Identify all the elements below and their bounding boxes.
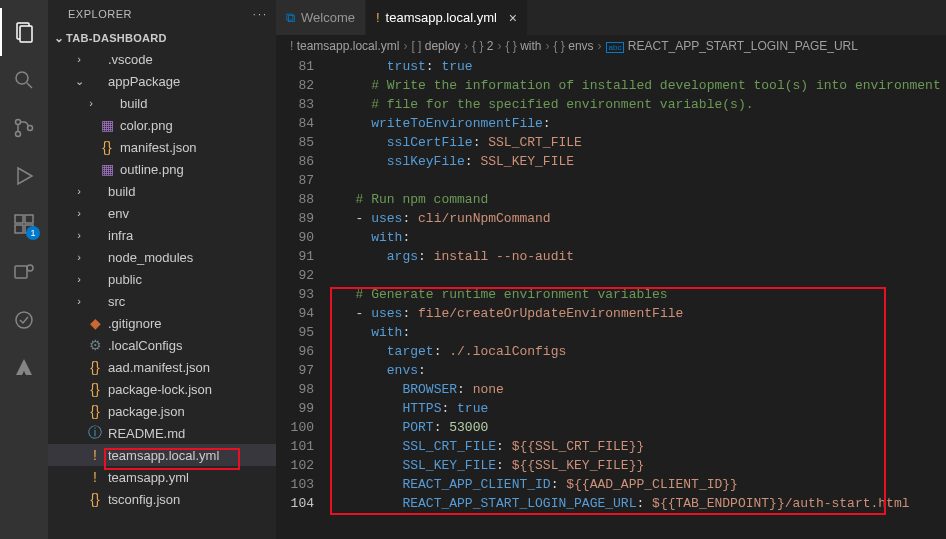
search-icon[interactable] [0,56,48,104]
editor-tab[interactable]: !teamsapp.local.yml× [366,0,528,35]
editor[interactable]: 8182838485868788899091929394959697989910… [276,57,946,539]
tree-item-label: teamsapp.local.yml [108,448,219,463]
line-number: 87 [276,171,314,190]
line-number: 88 [276,190,314,209]
sidebar-section[interactable]: ⌄ TAB-DASHBOARD [48,28,276,48]
code-line[interactable]: with: [340,228,946,247]
extensions-icon[interactable]: 1 [0,200,48,248]
tree-item-label: build [108,184,135,199]
code-content[interactable]: trust: true # Write the information of i… [332,57,946,539]
code-line[interactable]: # file for the specified environment var… [340,95,946,114]
svg-point-13 [27,265,33,271]
line-number: 95 [276,323,314,342]
tree-item-label: README.md [108,426,185,441]
sidebar-header: EXPLORER ··· [48,0,276,28]
tree-item[interactable]: ›public [48,268,276,290]
tree-item[interactable]: {}package-lock.json [48,378,276,400]
tree-item[interactable]: {}aad.manifest.json [48,356,276,378]
line-number: 81 [276,57,314,76]
file-icon: {} [86,491,104,507]
code-line[interactable]: - uses: cli/runNpmCommand [340,209,946,228]
tree-item[interactable]: ›.vscode [48,48,276,70]
azure-icon[interactable] [0,344,48,392]
tree-item[interactable]: ◆.gitignore [48,312,276,334]
tree-item-label: env [108,206,129,221]
tree-item[interactable]: ⓘREADME.md [48,422,276,444]
code-line[interactable]: PORT: 53000 [340,418,946,437]
tree-item[interactable]: ⚙.localConfigs [48,334,276,356]
code-line[interactable]: # Generate runtime environment variables [340,285,946,304]
code-line[interactable]: sslKeyFile: SSL_KEY_FILE [340,152,946,171]
tree-item[interactable]: ›build [48,92,276,114]
code-line[interactable]: SSL_CRT_FILE: ${{SSL_CRT_FILE}} [340,437,946,456]
explorer-icon[interactable] [0,8,48,56]
chevron-icon: › [84,97,98,109]
breadcrumb-sep: › [464,39,468,53]
source-control-icon[interactable] [0,104,48,152]
line-number: 92 [276,266,314,285]
tree-item[interactable]: !teamsapp.local.yml [48,444,276,466]
tree-item[interactable]: ›node_modules [48,246,276,268]
tree-item[interactable]: ⌄appPackage [48,70,276,92]
code-line[interactable]: target: ./.localConfigs [340,342,946,361]
tree-item[interactable]: ›src [48,290,276,312]
code-line[interactable]: # Write the information of installed dev… [340,76,946,95]
tree-item[interactable]: {}package.json [48,400,276,422]
tree-item[interactable]: {}tsconfig.json [48,488,276,510]
tab-label: teamsapp.local.yml [386,10,497,25]
tree-item[interactable]: ›env [48,202,276,224]
more-actions-icon[interactable]: ··· [253,8,268,20]
breadcrumb-segment[interactable]: { } with [505,39,541,53]
line-number: 93 [276,285,314,304]
line-number: 100 [276,418,314,437]
file-tree: ›.vscode⌄appPackage›build▦color.png{}man… [48,48,276,539]
code-line[interactable]: trust: true [340,57,946,76]
close-icon[interactable]: × [509,10,517,26]
chevron-icon: › [72,207,86,219]
breadcrumb-sep: › [546,39,550,53]
editor-tab[interactable]: ⧉Welcome [276,0,366,35]
code-line[interactable]: envs: [340,361,946,380]
code-line[interactable]: SSL_KEY_FILE: ${{SSL_KEY_FILE}} [340,456,946,475]
line-gutter: 8182838485868788899091929394959697989910… [276,57,332,539]
file-icon: ▦ [98,117,116,133]
code-line[interactable]: with: [340,323,946,342]
code-line[interactable]: REACT_APP_CLIENT_ID: ${{AAD_APP_CLIENT_I… [340,475,946,494]
line-number: 98 [276,380,314,399]
code-line[interactable]: REACT_APP_START_LOGIN_PAGE_URL: ${{TAB_E… [340,494,946,513]
code-line[interactable]: BROWSER: none [340,380,946,399]
run-debug-icon[interactable] [0,152,48,200]
code-line[interactable]: # Run npm command [340,190,946,209]
breadcrumb-segment[interactable]: [ ] deploy [411,39,460,53]
svg-point-6 [28,126,33,131]
tree-item-label: .vscode [108,52,153,67]
chevron-icon: › [72,273,86,285]
code-line[interactable] [340,266,946,285]
breadcrumb-sep: › [497,39,501,53]
chevron-icon: › [72,251,86,263]
breadcrumb-segment[interactable]: { } envs [554,39,594,53]
tree-item[interactable]: ▦outline.png [48,158,276,180]
testing-icon[interactable] [0,296,48,344]
tree-item[interactable]: !teamsapp.yml [48,466,276,488]
tree-item[interactable]: ›infra [48,224,276,246]
tree-item[interactable]: ›build [48,180,276,202]
breadcrumb-segment[interactable]: { } 2 [472,39,493,53]
tree-item[interactable]: ▦color.png [48,114,276,136]
code-line[interactable]: - uses: file/createOrUpdateEnvironmentFi… [340,304,946,323]
breadcrumb-segment[interactable]: ! teamsapp.local.yml [290,39,399,53]
file-icon: {} [86,403,104,419]
code-line[interactable] [340,171,946,190]
tree-item-label: color.png [120,118,173,133]
tree-item[interactable]: {}manifest.json [48,136,276,158]
code-line[interactable]: writeToEnvironmentFile: [340,114,946,133]
file-icon: ⚙ [86,337,104,353]
file-icon: ◆ [86,315,104,331]
breadcrumb-segment[interactable]: abc REACT_APP_START_LOGIN_PAGE_URL [606,39,858,53]
editor-tabs: ⧉Welcome!teamsapp.local.yml× [276,0,946,35]
code-line[interactable]: args: install --no-audit [340,247,946,266]
code-line[interactable]: HTTPS: true [340,399,946,418]
svg-rect-9 [25,215,33,223]
code-line[interactable]: sslCertFile: SSL_CRT_FILE [340,133,946,152]
teams-icon[interactable] [0,248,48,296]
